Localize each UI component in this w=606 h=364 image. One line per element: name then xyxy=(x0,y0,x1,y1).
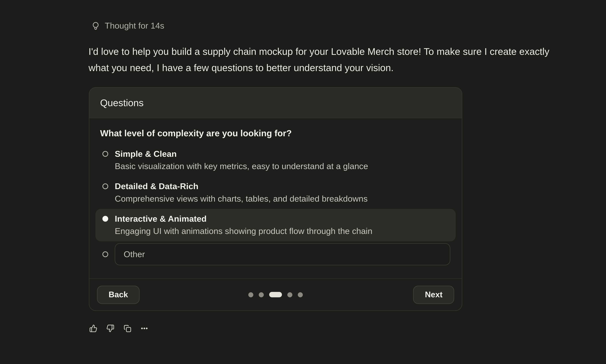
option-title: Simple & Clean xyxy=(115,148,368,160)
pagination-dot xyxy=(287,292,293,297)
pagination-dot-active xyxy=(269,292,282,297)
radio-icon[interactable] xyxy=(102,251,108,257)
assistant-message: I'd love to help you build a supply chai… xyxy=(89,43,572,76)
questions-card-header: Questions xyxy=(89,88,462,118)
other-input[interactable] xyxy=(115,243,450,265)
card-footer: Back Next xyxy=(89,278,462,311)
pagination-dot xyxy=(259,292,264,297)
option-description: Comprehensive views with charts, tables,… xyxy=(115,193,368,205)
pagination-dot xyxy=(298,292,303,297)
copy-button[interactable] xyxy=(123,324,131,332)
questions-card: Questions What level of complexity are y… xyxy=(89,87,462,311)
option-detailed-data-rich[interactable]: Detailed & Data-Rich Comprehensive views… xyxy=(95,176,456,209)
radio-icon[interactable] xyxy=(102,216,108,222)
message-actions xyxy=(89,324,148,332)
question-text: What level of complexity are you looking… xyxy=(100,128,456,139)
copy-icon xyxy=(123,324,131,332)
option-title: Interactive & Animated xyxy=(115,213,372,225)
thought-toggle[interactable]: Thought for 14s xyxy=(91,21,164,31)
card-title: Questions xyxy=(100,97,144,108)
thumbs-up-button[interactable] xyxy=(89,324,97,332)
radio-icon[interactable] xyxy=(102,183,108,189)
option-other[interactable] xyxy=(95,241,456,265)
radio-icon[interactable] xyxy=(102,151,108,157)
next-button[interactable]: Next xyxy=(413,286,454,304)
thumbs-up-icon xyxy=(89,324,97,332)
pagination-dot xyxy=(248,292,253,297)
more-icon xyxy=(140,324,148,332)
pagination-dots xyxy=(248,292,303,297)
thought-label: Thought for 14s xyxy=(105,21,164,31)
thumbs-down-button[interactable] xyxy=(106,324,114,332)
chat-message-area: Thought for 14s I'd love to help you bui… xyxy=(0,0,606,364)
option-title: Detailed & Data-Rich xyxy=(115,181,368,192)
option-interactive-animated[interactable]: Interactive & Animated Engaging UI with … xyxy=(95,209,456,241)
thumbs-down-icon xyxy=(106,324,114,332)
questions-card-body: What level of complexity are you looking… xyxy=(89,118,462,265)
option-description: Engaging UI with animations showing prod… xyxy=(115,225,372,237)
back-button[interactable]: Back xyxy=(97,286,140,304)
option-description: Basic visualization with key metrics, ea… xyxy=(115,161,368,172)
option-simple-clean[interactable]: Simple & Clean Basic visualization with … xyxy=(95,144,456,176)
lightbulb-icon xyxy=(91,21,100,31)
more-button[interactable] xyxy=(140,324,148,332)
